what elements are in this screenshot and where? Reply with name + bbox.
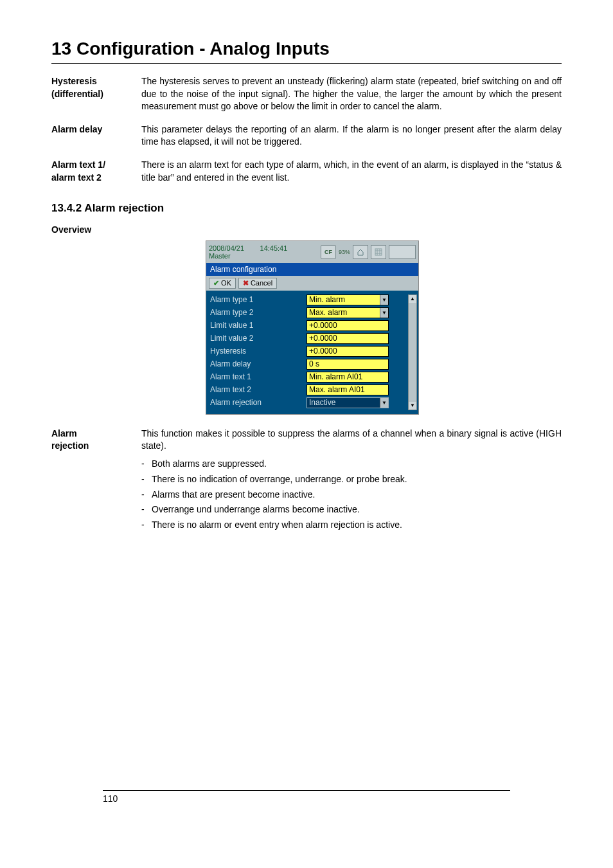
definition-label: Alarm text 1/ alarm text 2: [51, 159, 141, 184]
status-left: 2008/04/21 14:45:41 Master: [209, 244, 321, 260]
form-input[interactable]: 0 s: [306, 359, 389, 370]
field-value: +0.0000: [309, 347, 337, 356]
chevron-down-icon[interactable]: ▼: [380, 398, 388, 408]
definition-label: Alarm delay: [51, 123, 141, 149]
label-line: alarm text 2: [51, 172, 102, 183]
form-label: Alarm text 1: [210, 372, 306, 381]
field-value: Max. alarm: [309, 308, 347, 317]
cf-card-icon[interactable]: CF: [321, 245, 336, 259]
field-value: +0.0000: [309, 321, 337, 330]
field-value: Max. alarm AI01: [309, 385, 365, 394]
list-item: There is no indication of overrange, und…: [141, 472, 562, 487]
form-row: Alarm delay0 s: [210, 359, 414, 370]
page-number: 110: [103, 793, 510, 804]
field-value: 0 s: [309, 359, 319, 368]
definition-text: This function makes it possible to suppr…: [141, 428, 562, 533]
form-input[interactable]: +0.0000: [306, 320, 389, 331]
alarm-rejection-intro: This function makes it possible to suppr…: [141, 428, 562, 451]
scroll-down-icon[interactable]: ▼: [409, 402, 416, 410]
chapter-rule: [51, 63, 562, 64]
ok-label: OK: [221, 279, 231, 287]
svg-rect-0: [375, 249, 382, 255]
form-body: Alarm type 1Min. alarm▼Alarm type 2Max. …: [206, 291, 418, 414]
page-footer: 110: [103, 785, 510, 804]
cf-percent: 93%: [339, 249, 350, 255]
form-input[interactable]: +0.0000: [306, 333, 389, 344]
form-input[interactable]: Min. alarm AI01: [306, 372, 389, 383]
form-input[interactable]: +0.0000: [306, 346, 389, 357]
label-line: (differential): [51, 89, 103, 99]
form-row: Alarm text 1Min. alarm AI01: [210, 372, 414, 383]
status-time: 14:45:41: [260, 244, 288, 252]
status-date: 2008/04/21: [209, 244, 244, 252]
form-label: Limit value 1: [210, 321, 306, 330]
config-screenshot: 2008/04/21 14:45:41 Master CF 93%: [206, 240, 419, 415]
status-bar: 2008/04/21 14:45:41 Master CF 93%: [206, 241, 418, 263]
definition-alarm-delay: Alarm delay This parameter delays the re…: [51, 123, 562, 149]
form-label: Alarm delay: [210, 359, 306, 368]
form-dropdown[interactable]: Min. alarm▼: [306, 294, 389, 305]
form-row: Alarm type 1Min. alarm▼: [210, 294, 414, 305]
form-dropdown[interactable]: Inactive▼: [306, 397, 389, 408]
definition-alarm-text: Alarm text 1/ alarm text 2 There is an a…: [51, 159, 562, 184]
form-label: Hysteresis: [210, 347, 306, 356]
form-row: Alarm type 2Max. alarm▼: [210, 307, 414, 318]
scrollbar[interactable]: ▲ ▼: [408, 294, 417, 410]
definition-text: The hysteresis serves to prevent an unst…: [141, 75, 562, 113]
bullet-list: Both alarms are suppressed.There is no i…: [141, 457, 562, 533]
grid-icon[interactable]: [371, 245, 386, 259]
list-item: There is no alarm or event entry when al…: [141, 518, 562, 533]
home-icon[interactable]: [353, 245, 368, 259]
overview-row: Overview: [51, 224, 562, 237]
form-label: Alarm type 1: [210, 295, 306, 304]
status-icons: CF 93%: [321, 245, 416, 259]
window-title: Alarm configuration: [206, 263, 418, 276]
blank-icon[interactable]: [389, 245, 416, 259]
label-line: rejection: [51, 440, 89, 451]
definition-alarm-rejection: Alarm rejection This function makes it p…: [51, 428, 562, 533]
cancel-label: Cancel: [251, 279, 272, 287]
form-row: Limit value 2+0.0000: [210, 333, 414, 344]
form-row: Hysteresis+0.0000: [210, 346, 414, 357]
form-row: Limit value 1+0.0000: [210, 320, 414, 331]
definition-hysteresis: Hysteresis (differential) The hysteresis…: [51, 75, 562, 113]
chapter-title: 13 Configuration - Analog Inputs: [51, 39, 562, 59]
overview-label: Overview: [51, 224, 141, 237]
definition-text: There is an alarm text for each type of …: [141, 159, 562, 184]
check-icon: ✔: [213, 279, 219, 287]
label-line: Alarm: [51, 428, 77, 439]
form-label: Limit value 2: [210, 334, 306, 343]
chevron-down-icon[interactable]: ▼: [380, 308, 388, 318]
definition-label: Alarm rejection: [51, 428, 141, 533]
form-dropdown[interactable]: Max. alarm▼: [306, 307, 389, 318]
form-label: Alarm type 2: [210, 308, 306, 317]
definition-label: Hysteresis (differential): [51, 75, 141, 113]
status-user: Master: [209, 252, 231, 260]
form-label: Alarm text 2: [210, 385, 306, 394]
form-input[interactable]: Max. alarm AI01: [306, 384, 389, 395]
label-line: Hysteresis: [51, 76, 97, 86]
toolbar: ✔ OK ✖ Cancel: [206, 276, 418, 291]
label-line: Alarm text 1/: [51, 159, 105, 170]
scroll-up-icon[interactable]: ▲: [409, 295, 416, 303]
cross-icon: ✖: [243, 279, 249, 287]
form-row: Alarm rejectionInactive▼: [210, 397, 414, 408]
footer-rule: [103, 790, 510, 791]
list-item: Alarms that are present become inactive.: [141, 487, 562, 503]
chevron-down-icon[interactable]: ▼: [380, 295, 388, 305]
field-value: Min. alarm: [309, 295, 345, 304]
field-value: +0.0000: [309, 334, 337, 343]
section-heading: 13.4.2 Alarm rejection: [51, 202, 562, 215]
definition-text: This parameter delays the reporting of a…: [141, 123, 562, 149]
list-item: Overrange und underrange alarms become i…: [141, 502, 562, 518]
list-item: Both alarms are suppressed.: [141, 457, 562, 472]
overview-body: [141, 224, 562, 237]
ok-button[interactable]: ✔ OK: [209, 278, 236, 289]
form-label: Alarm rejection: [210, 398, 306, 407]
form-row: Alarm text 2Max. alarm AI01: [210, 384, 414, 395]
cancel-button[interactable]: ✖ Cancel: [238, 278, 277, 289]
field-value: Inactive: [309, 398, 335, 407]
field-value: Min. alarm AI01: [309, 372, 362, 381]
